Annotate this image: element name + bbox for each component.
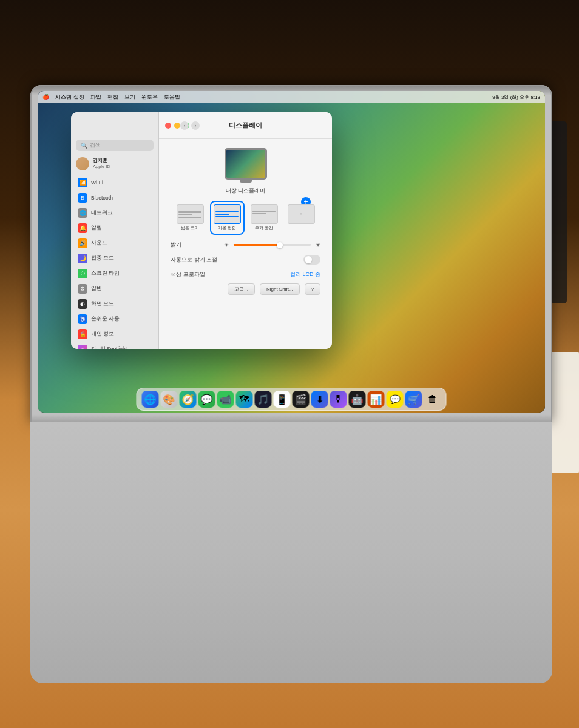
sidebar-item-notifications[interactable]: 🔔 알림 [73,221,157,235]
menu-item-view[interactable]: 보기 [124,93,135,101]
sidebar-label-screentime: 스크린 타임 [91,270,120,277]
brightness-row: 밝기 ☀ ☀ [168,241,323,249]
menu-item-help[interactable]: 도움말 [164,93,180,101]
macbook-body: 🍎 시스템 설정 파일 편집 보기 윈도우 도움말 9월 3일 (화) 오후 8… [30,85,552,704]
dock-icon-podcasts[interactable]: 🎙 [330,391,347,408]
dock-icon-safari[interactable]: 🧭 [180,391,197,408]
dock-icon-music[interactable]: 🎵 [255,391,272,408]
sidebar-item-bluetooth[interactable]: B Bluetooth [73,190,157,205]
wifi-icon: 📶 [78,178,87,187]
siri-icon: ◉ [78,345,87,349]
res-option-default[interactable]: 기본 형합 [211,202,243,234]
sidebar-label-wifi: Wi-Fi [91,180,103,186]
dock-icon-finder[interactable]: 🌐 [142,391,159,408]
search-icon: 🔍 [81,143,87,149]
user-name: 김지훈 [93,158,110,164]
avatar [76,157,89,170]
res-label-more: 추가 공간 [255,225,273,231]
dock: 🌐 🎨 🧭 💬 📹 🗺 🎵 📱 🎬 ⬇ 🎙 🤖 📊 💬 🛒 🗑 [137,388,447,411]
sidebar-item-network[interactable]: 🌐 네트워크 [73,206,157,220]
search-placeholder: 검색 [90,141,101,149]
dock-icon-chatgpt[interactable]: 🤖 [349,391,366,408]
menu-bar-right: 9월 3일 (화) 오후 8:13 [492,94,540,101]
sidebar: 🔍 검색 김지훈 Apple ID 📶 Wi-Fi [71,112,159,349]
display-settings-content: 내장 디스플레이 + [159,139,332,349]
accessibility-icon: ♿ [78,314,87,324]
sidebar-label-bluetooth: Bluetooth [91,195,113,201]
res-option-more-space[interactable]: 추가 공간 [248,202,280,234]
color-profile-value[interactable]: 컬러 LCD 중 [290,271,320,278]
res-option-extra[interactable]: ≡ [285,202,317,234]
close-button[interactable] [165,123,171,129]
color-profile-label: 색상 프로파일 [171,271,205,278]
night-shift-button[interactable]: Night Shift... [260,283,300,295]
res-option-large[interactable]: 넓은 크기 [174,202,206,234]
sidebar-label-general: 일반 [91,285,102,292]
sound-icon: 🔊 [78,238,87,248]
res-preview-default [214,204,241,224]
menu-bar-time: 9월 3일 (화) 오후 8:13 [492,94,540,101]
dock-icon-trash[interactable]: 🗑 [424,391,441,408]
user-sub: Apple ID [93,164,110,170]
sidebar-item-general[interactable]: ⚙ 일반 [73,281,157,296]
res-label-default: 기본 형합 [218,225,236,231]
menu-item-system[interactable]: 시스템 설정 [55,93,84,101]
sidebar-item-siri[interactable]: ◉ Siri 및 Spotlight [73,342,157,349]
minimize-button[interactable] [174,123,180,129]
bluetooth-icon: B [78,193,87,203]
brightness-slider[interactable] [234,244,311,246]
sidebar-item-accessibility[interactable]: ♿ 손쉬운 사용 [73,312,157,326]
brightness-label: 밝기 [171,241,219,249]
resolution-options: 넓은 크기 [168,202,323,234]
notifications-icon: 🔔 [78,223,87,233]
sidebar-label-network: 네트워크 [91,209,113,217]
titlebar: ‹ › 디스플레이 [159,112,332,139]
screentime-icon: ⏱ [78,269,87,278]
dock-icon-launchpad[interactable]: 🎨 [161,391,178,408]
dock-icon-powerpoint[interactable]: 📊 [368,391,385,408]
dock-icon-appletv[interactable]: 🎬 [293,391,310,408]
search-bar[interactable]: 🔍 검색 [76,140,154,151]
menu-bar-left: 🍎 시스템 설정 파일 편집 보기 윈도우 도움말 [42,93,180,101]
action-buttons: 고급... Night Shift... ? [168,283,323,295]
keyboard-base: ESC !1 @2 #3 $4 %5 ^6 &7 *8 (9 )0 _- += … [30,422,552,683]
general-icon: ⚙ [78,284,87,294]
sidebar-label-focus: 집중 모드 [91,255,114,262]
sidebar-item-appearance[interactable]: ◐ 화면 모드 [73,297,157,311]
dock-icon-appstore[interactable]: ⬇ [311,391,328,408]
sidebar-label-privacy: 개인 정보 [91,331,114,338]
forward-button[interactable]: › [191,121,200,130]
sun-icon-large: ☀ [316,242,320,248]
menu-item-edit[interactable]: 편집 [107,93,118,101]
menu-item-file[interactable]: 파일 [90,93,101,101]
sidebar-label-siri: Siri 및 Spotlight [91,346,127,349]
user-profile[interactable]: 김지훈 Apple ID [71,155,158,173]
back-button[interactable]: ‹ [180,121,189,130]
sidebar-item-focus[interactable]: 🌙 집중 모드 [73,251,157,266]
sidebar-item-wifi[interactable]: 📶 Wi-Fi [73,175,157,190]
monitor-icon [225,148,267,180]
advanced-button[interactable]: 고급... [228,283,255,295]
screen-display: 🍎 시스템 설정 파일 편집 보기 윈도우 도움말 9월 3일 (화) 오후 8… [38,91,545,413]
dock-icon-maps[interactable]: 🗺 [236,391,253,408]
auto-brightness-toggle[interactable] [303,255,320,265]
sidebar-label-sound: 사운드 [91,240,107,247]
macos-desktop: 🍎 시스템 설정 파일 편집 보기 윈도우 도움말 9월 3일 (화) 오후 8… [38,91,545,413]
sidebar-item-sound[interactable]: 🔊 사운드 [73,236,157,251]
focus-icon: 🌙 [78,254,87,263]
dock-icon-facetime[interactable]: 📹 [217,391,234,408]
network-icon: 🌐 [78,208,87,218]
dock-icon-kakao[interactable]: 💬 [387,391,404,408]
help-button[interactable]: ? [305,283,320,295]
sidebar-label-appearance: 화면 모드 [91,300,114,308]
menu-item-window[interactable]: 윈도우 [141,93,158,101]
dock-icon-photos[interactable]: 📱 [274,391,291,408]
sidebar-item-privacy[interactable]: 🔒 개인 정보 [73,327,157,342]
apple-menu[interactable]: 🍎 [42,94,49,100]
dock-icon-appstore2[interactable]: 🛒 [405,391,422,408]
dock-icon-messages[interactable]: 💬 [198,391,215,408]
res-preview-large [177,204,204,224]
sidebar-item-screentime[interactable]: ⏱ 스크린 타임 [73,266,157,281]
auto-brightness-label: 자동으로 밝기 조절 [171,256,217,264]
color-profile-row: 색상 프로파일 컬러 LCD 중 [168,271,323,278]
